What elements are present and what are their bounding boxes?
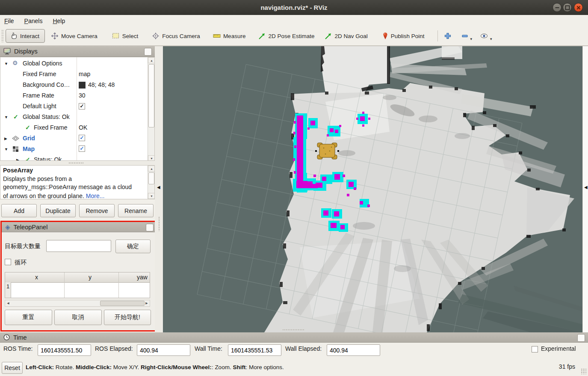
panel-float-button[interactable] [146,224,154,231]
menu-panels[interactable]: Panels [24,18,43,24]
tool-focus-camera[interactable]: Focus Camera [152,32,200,40]
default-light-checkbox[interactable]: ✓ [79,103,85,110]
panel-float-button[interactable] [144,48,152,56]
scroll-up-arrow[interactable]: ▲ [148,166,155,172]
scrollbar-thumb[interactable] [148,64,154,127]
chevron-down-icon[interactable]: ▾ [470,37,473,41]
background-color-value[interactable]: 48; 48; 48 [88,81,115,88]
green-arrow-icon [325,33,332,40]
tool-visibility-button[interactable]: ▾ [480,33,493,39]
panel-splitter-horizontal[interactable] [0,161,155,165]
scroll-up-arrow[interactable]: ▲ [148,57,155,63]
reset-button[interactable]: Reset [2,362,23,374]
duplicate-button[interactable]: Duplicate [40,204,76,217]
remove-button[interactable]: Remove [79,204,115,217]
start-navigation-button[interactable]: 开始导航! [104,310,151,325]
bottom-splitter-handle[interactable] [282,329,304,331]
tree-row-grid[interactable]: ▶ Grid ✓ [0,133,148,144]
scrollbar-thumb[interactable] [100,301,145,306]
ros-time-input[interactable] [38,344,91,356]
remove-tool-button[interactable]: ▾ [461,32,473,40]
chevron-down-icon[interactable]: ▾ [490,37,492,41]
waypoint-table[interactable]: x y yaw 1 [5,272,150,298]
expander-icon[interactable]: ▶ [4,136,7,141]
experimental-checkbox[interactable] [532,346,538,352]
panel-splitter-vertical[interactable]: ◀ [155,46,163,332]
reset-goals-button[interactable]: 重置 [5,310,52,325]
rename-button[interactable]: Rename [118,204,154,217]
confirm-button[interactable]: 确定 [115,240,151,253]
move-arrows-icon [51,32,59,40]
description-title: PoseArray [3,166,144,175]
tool-publish-point[interactable]: Publish Point [382,32,425,40]
tool-2d-nav-goal[interactable]: 2D Nav Goal [325,33,367,40]
panel-float-button[interactable] [577,334,585,342]
scrollbar-thumb[interactable] [148,172,154,184]
maximize-button[interactable] [563,3,572,12]
loop-checkbox[interactable] [5,259,11,265]
column-header-x[interactable]: x [35,274,38,281]
minimize-icon [555,7,559,8]
tree-row-map-status[interactable]: ▶ ✓ Status: Ok [0,155,148,161]
display-buttons-row: Add Duplicate Remove Rename [0,199,155,221]
resize-grip[interactable] [581,368,587,374]
tree-row-default-light[interactable]: Default Light ✓ [0,101,148,112]
displays-panel-header[interactable]: Displays [0,46,155,57]
column-header-yaw[interactable]: yaw [137,274,148,281]
tree-row-global-status[interactable]: ▼ ✓ Global Status: Ok [0,112,148,123]
display-description[interactable]: PoseArray Displays the poses from a geom… [0,165,155,199]
titlebar[interactable]: navigation.rviz* - RViz [0,0,588,15]
max-goals-input[interactable] [46,240,111,252]
menu-help[interactable]: Help [53,18,65,24]
tool-2d-pose-estimate[interactable]: 2D Pose Estimate [258,33,314,40]
tree-row-global-options[interactable]: ▼ ⚙ Global Options [0,59,148,69]
wall-time-input[interactable] [228,344,281,356]
column-header-y[interactable]: y [89,274,92,281]
scroll-down-arrow[interactable]: ▼ [148,155,155,161]
expander-icon[interactable]: ▼ [4,147,8,151]
color-swatch[interactable] [79,82,86,89]
3d-viewport[interactable] [163,46,582,332]
time-panel-header[interactable]: Time [0,332,588,343]
grid-checkbox[interactable]: ✓ [79,135,85,141]
more-link[interactable]: More... [86,192,105,199]
tree-row-frame-rate[interactable]: Frame Rate 30 [0,91,148,101]
frame-rate-value[interactable]: 30 [79,92,86,99]
tree-row-fixed-frame[interactable]: Fixed Frame map [0,69,148,80]
tree-row-map[interactable]: ▼ Map ✓ [0,144,148,155]
add-button[interactable]: Add [1,204,37,217]
tool-measure[interactable]: Measure [213,33,246,39]
displays-tree-scrollbar[interactable]: ▲ ▼ [148,57,155,161]
scroll-down-arrow[interactable]: ▼ [148,193,155,199]
tool-select[interactable]: Select [112,33,139,39]
tool-move-camera[interactable]: Move Camera [51,32,98,40]
map-checkbox[interactable]: ✓ [79,145,85,152]
tree-row-fixed-frame-status[interactable]: ✓ Fixed Frame OK [0,123,148,133]
ros-elapsed-input[interactable] [137,344,190,356]
teleop-panel-header[interactable]: ◈ TeleopPanel [2,222,157,232]
collapse-right-arrow[interactable]: ◀ [584,185,588,189]
minimize-button[interactable] [553,3,561,12]
wall-elapsed-input[interactable] [327,344,380,356]
add-tool-button[interactable] [444,32,452,40]
toolbar-drag-handle[interactable] [1,30,4,42]
tool-interact[interactable]: Interact [6,29,45,43]
table-h-scrollbar[interactable]: ◀ ▶ [5,300,150,307]
window-title: navigation.rviz* - RViz [0,0,588,15]
displays-tree[interactable]: ▼ ⚙ Global Options Fixed Frame map Backg… [0,57,155,161]
cancel-button[interactable]: 取消 [54,310,102,325]
expander-icon[interactable]: ▼ [4,115,8,119]
gear-icon: ⚙ [12,59,18,66]
row-header-1[interactable]: 1 [5,282,11,298]
description-scrollbar[interactable]: ▲ ▼ [148,166,155,199]
menu-file[interactable]: File [4,18,14,24]
right-panel-splitter[interactable]: ◀ [582,46,588,332]
collapse-left-arrow[interactable]: ◀ [157,185,160,189]
expander-icon[interactable]: ▶ [16,158,19,161]
fixed-frame-value[interactable]: map [79,71,90,77]
scroll-right-arrow[interactable]: ▶ [144,300,150,306]
scroll-left-arrow[interactable]: ◀ [5,300,11,306]
close-button[interactable] [574,3,583,12]
tree-row-background-color[interactable]: Background Co… 48; 48; 48 [0,80,148,91]
expander-icon[interactable]: ▼ [4,62,8,66]
